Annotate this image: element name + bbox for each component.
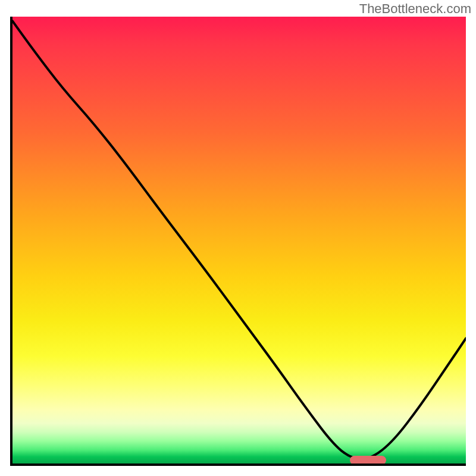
- optimal-range-marker: [350, 456, 386, 465]
- plot-area: [10, 17, 466, 466]
- bottleneck-curve: [12, 17, 466, 464]
- chart-frame: TheBottleneck.com: [0, 0, 476, 476]
- watermark-text: TheBottleneck.com: [359, 1, 471, 17]
